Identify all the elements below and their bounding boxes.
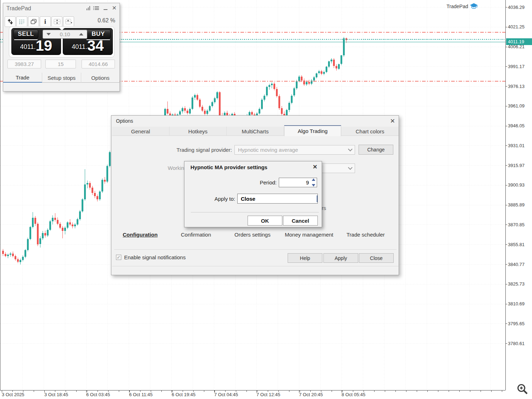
tab-options[interactable]: Options xyxy=(81,73,120,83)
time-tick xyxy=(193,390,194,392)
change-percent: 0.62 % xyxy=(98,17,115,24)
price-tick-label: 3946.05 xyxy=(508,123,525,128)
enable-notifications-checkbox[interactable]: ✓ xyxy=(116,255,121,260)
candle-body xyxy=(192,98,193,109)
spinner-down-icon[interactable] xyxy=(312,184,315,187)
stat-high-field[interactable]: 4014.66 xyxy=(82,60,115,68)
period-spinner[interactable] xyxy=(311,178,316,187)
time-axis[interactable]: 3 Oct 20253 Oct 18:456 Oct 03:456 Oct 11… xyxy=(0,390,505,399)
time-tick xyxy=(12,390,13,392)
append-row-icon[interactable] xyxy=(63,16,74,27)
tab-setup-stops[interactable]: Setup stops xyxy=(42,73,81,83)
candle-body xyxy=(84,184,86,200)
price-tick xyxy=(506,106,507,106)
link-confirmation[interactable]: Confirmation xyxy=(181,232,211,238)
tab-algo-trading[interactable]: Algo Trading xyxy=(284,125,342,136)
duplicate-windows-icon[interactable] xyxy=(28,16,39,27)
close-button[interactable]: Close xyxy=(359,253,394,263)
zoom-in-icon[interactable] xyxy=(516,383,529,396)
candle-body xyxy=(99,192,101,199)
candle-body xyxy=(7,255,9,256)
candle-body xyxy=(276,89,278,96)
candle-body xyxy=(12,254,14,256)
link-orders-settings[interactable]: Orders settings xyxy=(234,232,271,238)
link-trade-scheduler[interactable]: Trade scheduler xyxy=(347,232,385,238)
candle-body xyxy=(29,227,31,239)
candle-body xyxy=(328,61,330,67)
time-tick xyxy=(161,390,162,392)
apply-to-combo[interactable]: Close xyxy=(237,194,318,204)
tab-multicharts[interactable]: MultiCharts xyxy=(227,127,284,136)
stat-spread-field[interactable]: 15 xyxy=(45,60,76,68)
candle-body xyxy=(211,102,213,106)
candle-body xyxy=(39,238,41,244)
close-icon[interactable]: ✕ xyxy=(112,6,117,11)
candle-body xyxy=(10,254,11,255)
insert-row-icon[interactable] xyxy=(51,16,62,27)
apply-to-label: Apply to: xyxy=(184,196,235,202)
sell-button[interactable]: SELL xyxy=(13,29,38,39)
time-tick xyxy=(385,390,385,392)
info-icon[interactable]: i xyxy=(40,16,51,27)
time-tick xyxy=(364,390,364,392)
time-tick xyxy=(438,390,438,392)
spinner-up-icon[interactable] xyxy=(312,178,315,181)
price-tick-label: 3915.97 xyxy=(508,163,525,168)
candle-body xyxy=(316,73,317,77)
tab-hotkeys[interactable]: Hotkeys xyxy=(170,127,227,136)
candle-body xyxy=(291,96,293,103)
ok-button[interactable]: OK xyxy=(248,216,282,226)
volume-decrease-icon[interactable] xyxy=(46,33,51,35)
ask-price[interactable]: 4011.34 xyxy=(63,39,112,52)
provider-combo[interactable]: Hypnotic moving average xyxy=(234,145,355,155)
candle-body xyxy=(333,60,335,66)
price-tick-label: 4021.25 xyxy=(508,24,525,29)
graduation-cap-icon xyxy=(470,3,478,9)
price-tick xyxy=(506,7,507,7)
candle-body xyxy=(296,81,298,88)
stat-low-field[interactable]: 3983.27 xyxy=(7,60,41,68)
apply-button[interactable]: Apply xyxy=(323,253,358,263)
ma-dialog-close-icon[interactable]: ✕ xyxy=(313,164,317,170)
ea-watermark-label: TradePad xyxy=(447,4,468,9)
price-axis[interactable]: 4036.294021.254006.213991.173976.133961.… xyxy=(505,0,532,390)
candle-body xyxy=(54,218,56,220)
tab-trade[interactable]: Trade xyxy=(3,73,42,83)
volume-increase-icon[interactable] xyxy=(79,33,83,35)
menu-list-icon[interactable] xyxy=(95,6,99,10)
gridline-vertical xyxy=(427,0,427,390)
candle-body xyxy=(104,180,106,182)
candle-wick xyxy=(272,82,272,88)
tab-chart-colors[interactable]: Chart colors xyxy=(341,127,399,136)
candle-body xyxy=(44,233,46,235)
link-money-management[interactable]: Money management xyxy=(285,232,333,238)
candle-body xyxy=(67,222,68,228)
cancel-button[interactable]: Cancel xyxy=(283,216,318,226)
sort-arrows-icon[interactable] xyxy=(5,16,16,27)
tab-general[interactable]: General xyxy=(112,127,170,136)
candle-body xyxy=(20,260,21,262)
time-tick xyxy=(395,390,396,392)
help-button[interactable]: Help xyxy=(288,253,322,263)
change-button[interactable]: Change xyxy=(359,145,393,155)
separator xyxy=(112,266,399,266)
price-tick-label: 3991.17 xyxy=(508,64,525,69)
candle-body xyxy=(266,87,268,95)
bid-price[interactable]: 4011.19 xyxy=(12,39,61,52)
candle-body xyxy=(59,224,61,228)
ask-digits: 34 xyxy=(87,39,104,52)
options-dialog-title: Options xyxy=(116,118,133,124)
orders-list-icon[interactable] xyxy=(16,16,27,27)
candle-body xyxy=(24,250,26,257)
chart-bars-icon[interactable] xyxy=(87,6,90,10)
minimize-icon[interactable] xyxy=(104,9,107,10)
time-tick xyxy=(98,390,98,392)
time-tick xyxy=(289,390,289,392)
candle-body xyxy=(52,218,54,221)
time-tick xyxy=(87,390,87,392)
candle-body xyxy=(261,100,263,109)
link-configuration[interactable]: Configuration xyxy=(123,232,157,238)
volume-stepper[interactable]: 0.10 xyxy=(43,30,87,39)
options-close-icon[interactable]: ✕ xyxy=(390,117,395,125)
time-tick xyxy=(342,390,343,392)
